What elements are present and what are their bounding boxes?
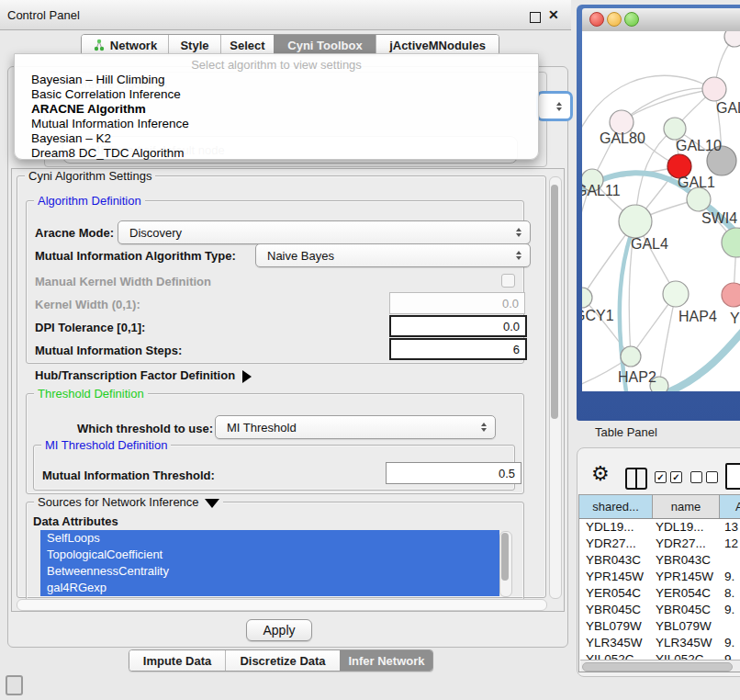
table-cell: 13 xyxy=(720,519,740,536)
table-row[interactable]: YBL079WYBL079W xyxy=(579,618,740,635)
network-node[interactable] xyxy=(724,31,740,47)
mi-steps-field[interactable]: 6 xyxy=(389,338,527,360)
attribute-list-item[interactable]: gal4RGexp xyxy=(40,580,499,596)
network-window-titlebar[interactable] xyxy=(582,8,740,32)
mi-threshold-group-title: MI Threshold Definition xyxy=(41,438,171,452)
table-cell: 9. xyxy=(720,602,740,618)
unchecked-checkbox-icon[interactable] xyxy=(690,471,702,483)
dropdown-item[interactable]: Basic Correlation Inference xyxy=(31,87,529,102)
gear-icon[interactable]: ⚙ xyxy=(591,462,610,486)
bottom-tab-impute-data[interactable]: Impute Data xyxy=(129,650,225,671)
manual-kernel-checkbox[interactable] xyxy=(501,274,515,288)
table-row[interactable]: YLR345WYLR345W9. xyxy=(579,635,740,651)
table-column-header[interactable]: A xyxy=(720,495,740,518)
dropdown-item[interactable]: Mutual Information Inference xyxy=(31,117,529,131)
table-cell: YPR145W xyxy=(579,569,653,585)
tab-style[interactable]: Style xyxy=(168,35,220,55)
network-edge[interactable] xyxy=(622,88,714,122)
network-node[interactable] xyxy=(722,283,740,307)
tab-cyni-toolbox[interactable]: Cyni Toolbox xyxy=(274,35,376,55)
bottom-tab-infer-network[interactable]: Infer Network xyxy=(340,650,432,671)
mi-steps-label: Mutual Information Steps: xyxy=(35,344,182,357)
network-node[interactable] xyxy=(663,281,689,307)
table-cell: YBR045C xyxy=(579,602,653,618)
table-horizontal-scrollbar[interactable] xyxy=(580,660,740,672)
attribute-list-item[interactable]: TopologicalCoefficient xyxy=(40,547,499,563)
dpi-tolerance-field[interactable]: 0.0 xyxy=(389,315,527,337)
tab-network[interactable]: Network xyxy=(82,35,168,55)
network-edge[interactable] xyxy=(659,294,676,386)
attribute-list-item[interactable]: BetweennessCentrality xyxy=(40,563,499,580)
table-row[interactable]: YER054CYER054C8. xyxy=(579,585,740,602)
network-edge[interactable] xyxy=(622,89,714,122)
combo-arrows-icon xyxy=(481,423,487,432)
attribute-list-item[interactable]: SelfLoops xyxy=(40,530,499,547)
mi-threshold-label: Mutual Information Threshold: xyxy=(42,469,215,482)
table-row[interactable]: YBR045CYBR045C9. xyxy=(579,602,740,618)
unchecked-checkbox-icon[interactable] xyxy=(706,471,718,483)
table-row[interactable]: YBR043CYBR043C xyxy=(579,552,740,569)
hub-definition-label: Hub/Transcription Factor Definition xyxy=(35,368,235,382)
table-cell xyxy=(720,618,740,635)
table-row[interactable]: YDL19...YDL19...13 xyxy=(579,519,740,536)
tab-label: Discretize Data xyxy=(240,654,325,668)
column-view-icon[interactable] xyxy=(625,468,647,490)
tab-label: Network xyxy=(110,39,157,52)
mi-type-combo[interactable]: Naive Bayes xyxy=(255,243,531,267)
aracne-mode-combo[interactable]: Discovery xyxy=(118,220,531,244)
network-node[interactable] xyxy=(664,118,686,140)
settings-horizontal-scrollbar[interactable] xyxy=(17,599,547,611)
dropdown-item[interactable]: Dream8 DC_TDC Algorithm xyxy=(31,146,529,161)
network-node-label: SWI4 xyxy=(701,210,737,226)
network-node[interactable] xyxy=(722,228,740,257)
table-column-header[interactable]: name xyxy=(653,495,720,518)
tab-label: Impute Data xyxy=(143,654,211,668)
network-node[interactable] xyxy=(619,205,652,238)
network-node[interactable] xyxy=(621,346,641,367)
attributes-list-scrollbar[interactable] xyxy=(499,531,512,597)
network-node-label: GAL80 xyxy=(600,130,645,146)
checked-checkbox-icon[interactable]: ✓ xyxy=(670,471,682,483)
app-root: { "window": { "title": "Control Panel" }… xyxy=(0,0,740,700)
network-edge[interactable] xyxy=(670,322,740,391)
network-node[interactable] xyxy=(702,77,726,101)
document-icon[interactable] xyxy=(725,463,740,490)
combo-arrows-icon xyxy=(516,251,521,260)
checked-checkbox-icon[interactable]: ✓ xyxy=(655,471,667,483)
settings-vertical-scrollbar[interactable] xyxy=(549,176,562,599)
cyni-algorithm-settings-title: Cyni Algorithm Settings xyxy=(25,169,155,183)
network-edge[interactable] xyxy=(582,298,631,356)
kernel-width-field[interactable]: 0.0 xyxy=(389,292,525,314)
minimize-traffic-icon[interactable] xyxy=(607,12,622,27)
tab-select[interactable]: Select xyxy=(220,35,274,55)
close-icon[interactable]: ✕ xyxy=(548,7,559,22)
network-canvas[interactable]: GALGAL80GAL10GAL1GAL11SWI4GAL4GCY1HAP4YH… xyxy=(582,31,740,391)
dropdown-item[interactable]: ARACNE Algorithm xyxy=(31,102,529,117)
table-column-header[interactable]: shared... xyxy=(579,495,653,518)
float-window-icon[interactable] xyxy=(530,12,541,23)
tab-label: Cyni Toolbox xyxy=(287,39,362,52)
tab-jactivemnodules[interactable]: jActiveMNodules xyxy=(376,35,499,55)
dropdown-prompt: Select algorithm to view settings xyxy=(15,58,538,72)
apply-button[interactable]: Apply xyxy=(246,619,312,641)
dropdown-item[interactable]: Bayesian – Hill Climbing xyxy=(31,73,529,87)
table-cell: YPR145W xyxy=(653,569,720,585)
dropdown-items: Bayesian – Hill ClimbingBasic Correlatio… xyxy=(31,73,529,161)
dropdown-item[interactable]: Bayesian – K2 xyxy=(31,131,529,146)
table-row[interactable]: YDR27...YDR27...12 xyxy=(579,536,740,552)
zoom-traffic-icon[interactable] xyxy=(624,12,639,27)
bottom-tab-discretize-data[interactable]: Discretize Data xyxy=(225,650,340,671)
disclosure-down-icon xyxy=(205,499,219,508)
network-node[interactable] xyxy=(687,187,711,211)
mi-threshold-field[interactable]: 0.5 xyxy=(386,462,521,484)
aracne-mode-value: Discovery xyxy=(129,226,182,240)
hub-definition-disclosure[interactable]: Hub/Transcription Factor Definition xyxy=(35,368,252,383)
table-row[interactable]: YPR145WYPR145W9. xyxy=(579,569,740,585)
network-node[interactable] xyxy=(582,288,592,308)
sources-group-title[interactable]: Sources for Network Inference xyxy=(34,495,223,509)
algorithm-combo-focused-stub[interactable] xyxy=(536,91,573,121)
disclosure-right-icon xyxy=(242,370,252,383)
which-threshold-combo[interactable]: MI Threshold xyxy=(215,415,496,439)
minimized-panel-icon[interactable] xyxy=(6,675,23,695)
close-traffic-icon[interactable] xyxy=(589,12,604,27)
